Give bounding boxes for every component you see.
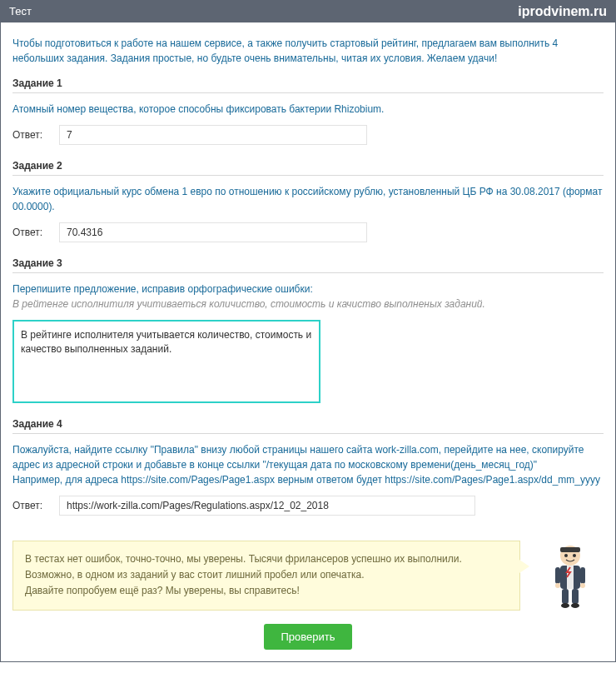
svg-rect-6 <box>555 567 560 584</box>
task-4-question: Пожалуйста, найдите ссылку "Правила" вни… <box>12 442 604 487</box>
task-4: Задание 4 Пожалуйста, найдите ссылку "Пр… <box>12 418 604 516</box>
task-3-answer-textarea[interactable] <box>12 320 320 403</box>
mascot-avatar-icon <box>544 542 597 609</box>
page-header: Тест iprodvinem.ru <box>1 1 615 22</box>
task-2-question: Укажите официальный курс обмена 1 евро п… <box>12 184 604 214</box>
page-title: Тест <box>9 1 32 22</box>
answer-label: Ответ: <box>12 500 46 511</box>
feedback-line-2: Возможно, в одном из заданий у вас стоит… <box>25 567 508 583</box>
answer-label: Ответ: <box>12 227 46 238</box>
task-1-question: Атомный номер вещества, которое способны… <box>12 102 604 117</box>
task-3-title: Задание 3 <box>12 257 604 273</box>
task-3-question-intro: Перепишите предложение, исправив орфогра… <box>12 283 313 295</box>
task-4-answer-input[interactable] <box>59 496 475 516</box>
feedback-line-3: Давайте попробуем ещё раз? Мы уверены, в… <box>25 583 508 599</box>
task-1: Задание 1 Атомный номер вещества, которо… <box>12 77 604 145</box>
check-button[interactable]: Проверить <box>264 624 351 650</box>
task-4-title: Задание 4 <box>12 418 604 434</box>
task-4-question-p1: Пожалуйста, найдите ссылку "Правила" вни… <box>12 444 584 471</box>
svg-point-13 <box>571 603 579 608</box>
task-3-question: Перепишите предложение, исправив орфогра… <box>12 282 604 312</box>
svg-rect-1 <box>560 547 580 552</box>
svg-point-3 <box>573 554 576 557</box>
svg-point-8 <box>555 583 560 588</box>
task-3: Задание 3 Перепишите предложение, исправ… <box>12 257 604 403</box>
svg-rect-11 <box>572 589 579 604</box>
task-4-question-p2: Например, для адреса https://site.com/Pa… <box>12 474 600 486</box>
task-1-answer-input[interactable] <box>59 125 367 145</box>
svg-point-2 <box>564 554 568 557</box>
svg-point-9 <box>580 583 585 588</box>
svg-rect-7 <box>580 567 585 584</box>
brand-watermark: iprodvinem.ru <box>518 1 607 22</box>
task-2: Задание 2 Укажите официальный курс обмен… <box>12 160 604 242</box>
svg-rect-10 <box>562 589 569 604</box>
feedback-bubble: В тестах нет ошибок, точно-точно, мы уве… <box>12 541 520 611</box>
intro-text: Чтобы подготовиться к работе на нашем се… <box>12 36 604 66</box>
task-3-question-italic: В рейтенге исполнитиля учитиваеться коли… <box>12 298 485 310</box>
feedback-line-1: В тестах нет ошибок, точно-точно, мы уве… <box>25 551 508 567</box>
feedback-block: В тестах нет ошибок, точно-точно, мы уве… <box>12 541 604 611</box>
task-2-title: Задание 2 <box>12 160 604 176</box>
svg-point-12 <box>561 603 569 608</box>
answer-label: Ответ: <box>12 129 46 141</box>
task-1-title: Задание 1 <box>12 77 604 93</box>
task-2-answer-input[interactable] <box>59 222 367 242</box>
